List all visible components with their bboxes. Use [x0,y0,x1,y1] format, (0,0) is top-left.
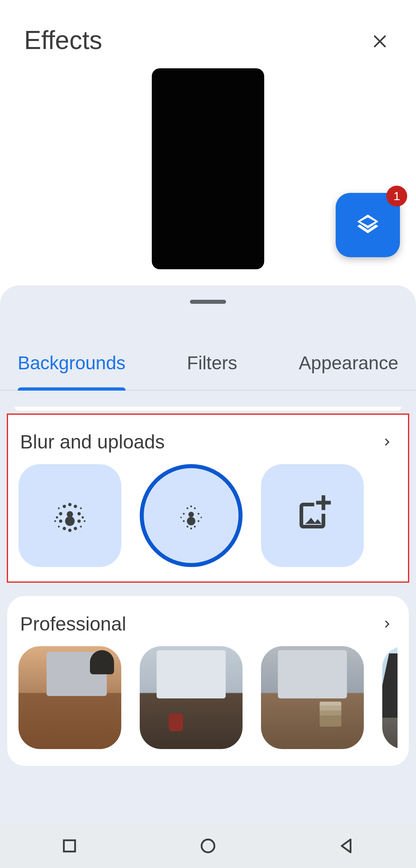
nav-recent-button[interactable] [55,832,84,860]
svg-point-14 [54,520,56,522]
effects-layers-button[interactable]: 1 [336,193,400,257]
svg-rect-34 [64,840,75,852]
professional-bg-4[interactable] [382,646,398,749]
professional-bg-1[interactable] [18,646,121,749]
svg-point-5 [77,520,81,523]
drag-handle[interactable] [190,300,226,304]
svg-point-0 [65,516,75,526]
svg-point-9 [74,527,77,530]
tab-filters[interactable]: Filters [187,352,237,390]
blur-strong-option[interactable] [18,464,121,567]
expand-blur-button[interactable] [378,433,396,451]
preview-area: 1 [0,64,416,285]
svg-point-6 [63,505,66,508]
header: Effects [0,0,416,64]
tab-appearance[interactable]: Appearance [299,352,398,390]
svg-point-27 [194,507,196,509]
sheet-content: Blur and uploads [0,391,416,788]
svg-point-11 [68,529,71,532]
svg-point-16 [58,507,60,509]
svg-point-22 [183,513,185,515]
svg-point-26 [187,507,189,509]
blur-light-icon [169,493,213,538]
svg-point-28 [187,526,189,528]
svg-point-4 [59,520,62,523]
decorative-strip [14,407,402,411]
svg-point-23 [198,513,200,515]
professional-bg-2[interactable] [140,646,243,749]
svg-point-2 [59,512,62,515]
close-button[interactable] [368,28,392,52]
svg-point-29 [194,526,196,528]
bottom-sheet: Backgrounds Filters Appearance Blur and … [0,285,416,824]
square-icon [60,836,79,856]
svg-point-32 [180,517,182,518]
nav-back-button[interactable] [332,832,361,860]
svg-point-35 [202,839,214,852]
section-title-professional: Professional [20,613,126,635]
svg-point-30 [190,506,192,508]
tab-backgrounds[interactable]: Backgrounds [18,352,126,390]
svg-point-8 [63,527,66,530]
svg-point-10 [68,503,71,506]
circle-icon [198,836,218,856]
add-image-icon [290,493,334,538]
chevron-right-icon [380,617,394,631]
tabs: Backgrounds Filters Appearance [0,304,416,391]
svg-point-33 [200,517,202,518]
upload-image-option[interactable] [261,464,364,567]
svg-point-24 [183,520,185,522]
svg-point-18 [58,526,60,528]
svg-point-13 [82,516,84,519]
system-navbar [0,824,416,868]
effects-badge: 1 [386,186,407,207]
section-professional: Professional [7,596,409,766]
svg-point-17 [80,507,82,509]
layers-icon [354,211,382,239]
blur-light-option[interactable] [140,464,243,567]
svg-point-12 [56,516,58,519]
svg-point-15 [84,520,86,522]
triangle-back-icon [337,836,356,856]
svg-point-25 [198,520,200,522]
svg-point-21 [188,512,194,517]
chevron-right-icon [380,435,394,449]
close-icon [370,31,389,50]
section-title-blur: Blur and uploads [20,431,165,453]
svg-point-1 [67,511,73,518]
svg-point-7 [74,505,77,508]
section-blur-uploads: Blur and uploads [7,414,409,582]
video-preview [152,68,264,269]
expand-professional-button[interactable] [378,615,396,633]
blur-strong-icon [48,493,92,538]
svg-point-31 [190,528,192,530]
svg-point-3 [77,512,81,515]
professional-bg-3[interactable] [261,646,364,749]
svg-point-20 [187,517,195,525]
nav-home-button[interactable] [194,832,222,860]
page-title: Effects [24,25,102,55]
svg-point-19 [80,526,82,528]
